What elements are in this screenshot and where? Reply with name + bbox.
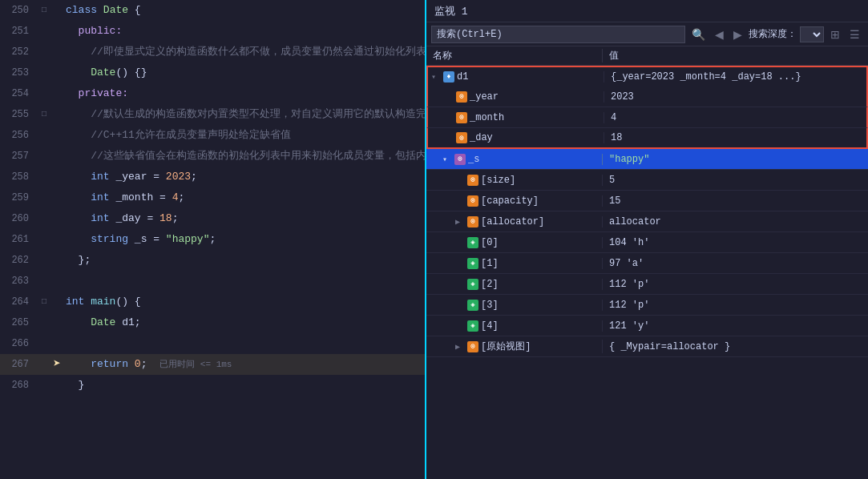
- var-icon-idx2: ◈: [467, 279, 478, 290]
- watch-value-d1: {_year=2023 _month=4 _day=18 ...}: [604, 71, 866, 83]
- watch-value-allocator: allocator: [603, 216, 868, 227]
- var-icon-rawview: ⊙: [467, 341, 478, 352]
- watch-title: 监视 1: [434, 4, 468, 18]
- line-number-267: 267: [0, 354, 38, 375]
- line-content-254: private:: [64, 83, 425, 104]
- line-number-264: 264: [0, 292, 38, 312]
- watch-row-rawview[interactable]: ▶ ⊙ [原始视图] { _Mypair=allocator }: [426, 336, 868, 357]
- var-icon-year: ⊙: [456, 91, 467, 103]
- depth-select[interactable]: 3 1 2 4 5: [800, 26, 824, 42]
- expand-icon-d1[interactable]: ▾: [431, 72, 441, 82]
- search-icon-btn[interactable]: 🔍: [688, 27, 709, 42]
- code-line-268: 268 }: [0, 375, 425, 396]
- watch-value-year: 2023: [604, 91, 866, 103]
- var-icon-capacity: ⊙: [467, 195, 478, 207]
- search-box[interactable]: 搜索(Ctrl+E): [431, 26, 685, 43]
- var-icon-s: ⊙: [454, 154, 466, 165]
- line-number-250: 250: [0, 0, 38, 21]
- arrow-left-btn[interactable]: ◀: [712, 27, 727, 42]
- arrow-right-btn[interactable]: ▶: [730, 27, 745, 42]
- watch-row-idx2[interactable]: ◈ [2] 112 'p': [426, 274, 868, 295]
- line-content-262: };: [64, 250, 425, 271]
- var-name-rawview: [原始视图]: [481, 340, 531, 353]
- watch-row-month[interactable]: ⊙ _month 4: [426, 107, 868, 128]
- watch-row-s[interactable]: ▾ ⊙ _s "happy" 都成功初始化: [426, 149, 868, 170]
- line-number-265: 265: [0, 312, 38, 333]
- expand-icon-rawview[interactable]: ▶: [455, 342, 465, 352]
- code-line-263: 263: [0, 271, 425, 292]
- watch-name-day: ⊙ _day: [428, 132, 604, 143]
- code-editor: 250 □ class Date { 251 public: 252 //即使显…: [0, 0, 425, 479]
- code-line-262: 262 };: [0, 250, 425, 271]
- filter-icon-btn[interactable]: ⊞: [827, 27, 843, 42]
- watch-row-day[interactable]: ⊙ _day 18: [426, 128, 868, 149]
- var-icon-idx4: ◈: [467, 320, 478, 332]
- watch-name-idx1: ◈ [1]: [426, 258, 603, 269]
- line-number-259: 259: [0, 187, 38, 208]
- line-number-262: 262: [0, 250, 38, 271]
- expand-icon-allocator[interactable]: ▶: [455, 217, 465, 227]
- watch-name-size: ⊙ [size]: [426, 175, 603, 186]
- watch-row-idx4[interactable]: ◈ [4] 121 'y': [426, 316, 868, 336]
- var-name-idx4: [4]: [481, 320, 499, 332]
- watch-row-year[interactable]: ⊙ _year 2023: [426, 87, 868, 107]
- line-content-251: public:: [64, 21, 425, 42]
- code-line-253: 253 Date() {}: [0, 62, 425, 83]
- watch-name-capacity: ⊙ [capacity]: [426, 195, 603, 207]
- var-icon-idx3: ◈: [467, 300, 478, 311]
- watch-row-idx3[interactable]: ◈ [3] 112 'p': [426, 295, 868, 316]
- var-icon-size: ⊙: [467, 175, 478, 186]
- fold-250[interactable]: □: [38, 0, 50, 21]
- watch-name-d1: ▾ ♦ d1: [428, 71, 604, 83]
- watch-name-rawview: ▶ ⊙ [原始视图]: [426, 340, 603, 353]
- var-name-year: _year: [470, 91, 499, 103]
- line-number-263: 263: [0, 271, 38, 292]
- line-content-265: Date d1;: [64, 312, 425, 333]
- line-number-256: 256: [0, 125, 38, 146]
- var-icon-month: ⊙: [456, 112, 467, 123]
- watch-name-allocator: ▶ ⊙ [allocator]: [426, 216, 603, 227]
- watch-name-month: ⊙ _month: [428, 112, 604, 123]
- line-number-257: 257: [0, 146, 38, 167]
- var-name-day: _day: [470, 132, 493, 143]
- watch-value-day: 18: [604, 132, 866, 143]
- watch-row-allocator[interactable]: ▶ ⊙ [allocator] allocator: [426, 211, 868, 232]
- code-line-260: 260 int _day = 18;: [0, 208, 425, 229]
- watch-value-idx4: 121 'y': [603, 320, 868, 332]
- debug-arrow-icon: ➤: [50, 354, 64, 375]
- watch-value-idx1: 97 'a': [603, 258, 868, 269]
- code-line-261: 261 string _s = "happy";: [0, 229, 425, 250]
- column-icon-btn[interactable]: ☰: [846, 27, 863, 42]
- watch-value-idx3: 112 'p': [603, 300, 868, 311]
- line-content-250: class Date {: [64, 0, 425, 21]
- var-name-allocator: [allocator]: [481, 216, 544, 227]
- line-number-251: 251: [0, 21, 38, 42]
- fold-264[interactable]: □: [38, 292, 50, 312]
- var-name-idx2: [2]: [481, 279, 499, 290]
- var-name-size: [size]: [481, 175, 515, 186]
- var-icon-idx0: ◈: [467, 237, 478, 248]
- watch-panel: 监视 1 搜索(Ctrl+E) 🔍 ◀ ▶ 搜索深度： 3 1 2 4 5 ⊞: [425, 0, 868, 479]
- code-line-256: 256 //C++11允许在成员变量声明处给定缺省值: [0, 125, 425, 146]
- watch-row-capacity[interactable]: ⊙ [capacity] 15: [426, 191, 868, 211]
- code-line-list: 250 □ class Date { 251 public: 252 //即使显…: [0, 0, 425, 396]
- watch-row-d1[interactable]: ▾ ♦ d1 {_year=2023 _month=4 _day=18 ...}: [426, 66, 868, 87]
- watch-row-idx0[interactable]: ◈ [0] 104 'h': [426, 232, 868, 253]
- code-line-254: 254 private:: [0, 83, 425, 104]
- watch-toolbar: 搜索(Ctrl+E) 🔍 ◀ ▶ 搜索深度： 3 1 2 4 5 ⊞ ☰: [426, 22, 868, 46]
- search-label: 搜索(Ctrl+E): [437, 27, 503, 41]
- watch-table[interactable]: ▾ ♦ d1 {_year=2023 _month=4 _day=18 ...}…: [426, 66, 868, 479]
- code-line-258: 258 int _year = 2023;: [0, 167, 425, 187]
- line-content-258: int _year = 2023;: [64, 167, 425, 187]
- line-content-268: }: [64, 375, 425, 396]
- watch-row-size[interactable]: ⊙ [size] 5: [426, 170, 868, 191]
- watch-name-idx0: ◈ [0]: [426, 237, 603, 248]
- code-line-265: 265 Date d1;: [0, 312, 425, 333]
- fold-255[interactable]: □: [38, 104, 50, 125]
- code-line-264: 264 □ int main() {: [0, 292, 425, 312]
- watch-value-idx0: 104 'h': [603, 237, 868, 248]
- line-number-261: 261: [0, 229, 38, 250]
- line-content-256: //C++11允许在成员变量声明处给定缺省值: [64, 125, 425, 146]
- expand-icon-s[interactable]: ▾: [442, 155, 452, 164]
- watch-row-idx1[interactable]: ◈ [1] 97 'a': [426, 253, 868, 274]
